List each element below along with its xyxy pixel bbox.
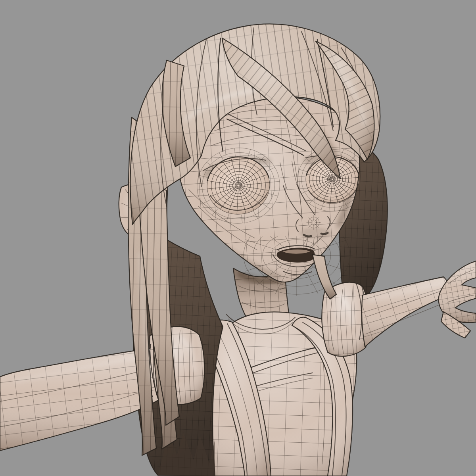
render-viewport: [0, 0, 476, 476]
wireframe-render: [0, 0, 476, 476]
